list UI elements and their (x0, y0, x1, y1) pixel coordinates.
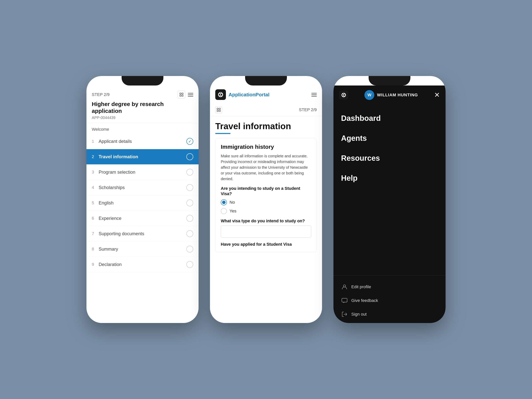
card-title: Immigration history (221, 144, 311, 150)
signout-icon (341, 311, 348, 318)
notch-right (369, 76, 410, 86)
step-label-left: STEP 2/9 (92, 92, 110, 97)
nav-item-2[interactable]: 2 Travel information (86, 149, 199, 165)
portal-title: ApplicationPortal (228, 92, 269, 98)
nav-item-4[interactable]: 4 Scholarships (86, 180, 199, 195)
svg-rect-0 (180, 93, 181, 94)
nav-item-7[interactable]: 7 Supporting documents (86, 226, 199, 241)
menu-items: Dashboard Agents Resources Help (333, 104, 446, 192)
nav-item-3[interactable]: 3 Program selection (86, 165, 199, 180)
user-info: W WILLIAM HUNTING (364, 90, 418, 100)
nav-circle-1: ✓ (186, 138, 193, 145)
visa-type-input[interactable] (221, 226, 311, 238)
svg-rect-1 (182, 93, 183, 94)
user-name: WILLIAM HUNTING (377, 93, 418, 97)
radio-yes[interactable]: Yes (221, 208, 311, 214)
menu-item-help[interactable]: Help (333, 168, 446, 188)
profile-icon (341, 284, 348, 290)
feedback-icon (341, 297, 348, 304)
immigration-card: Immigration history Make sure all inform… (215, 138, 317, 253)
notch-left (122, 76, 163, 86)
nav-label-3: Program selection (99, 170, 186, 175)
expand-btn-left[interactable] (178, 91, 185, 98)
checkmark-1: ✓ (188, 139, 191, 144)
nav-label-8: Summary (99, 247, 186, 252)
notch-center (245, 76, 287, 86)
menu-header: W WILLIAM HUNTING ✕ (333, 86, 446, 104)
svg-rect-9 (342, 298, 347, 302)
sign-out-label: Sign out (351, 312, 367, 317)
menu-footer: Edit profile Give feedback Sign out (333, 275, 446, 321)
nav-circle-4 (186, 184, 193, 191)
nav-item-9[interactable]: 9 Declaration (86, 257, 199, 272)
radio-label-no: No (229, 200, 235, 205)
question-2-label: What visa type do you intend to study on… (221, 218, 311, 224)
section-title: Travel information (215, 121, 317, 131)
menu-logo (339, 90, 348, 100)
svg-rect-6 (217, 110, 218, 112)
menu-item-dashboard[interactable]: Dashboard (333, 108, 446, 128)
svg-rect-4 (217, 108, 218, 109)
question-1-label: Are you intending to study on a Student … (221, 186, 311, 197)
nav-label-2: Travel information (99, 154, 186, 159)
svg-rect-7 (219, 110, 220, 112)
card-body: Make sure all information is complete an… (221, 153, 311, 182)
expand-icon-center[interactable] (215, 106, 222, 113)
question-3-label: Have you applied for a Student Visa (221, 242, 311, 247)
hamburger-btn-center[interactable] (311, 93, 317, 96)
nav-circle-5 (186, 200, 193, 206)
menu-item-agents[interactable]: Agents (333, 128, 446, 148)
radio-dot-yes[interactable] (221, 208, 227, 214)
phone-right: W WILLIAM HUNTING ✕ Dashboard Agents Res… (333, 76, 446, 323)
nav-item-1[interactable]: 1 Applicant details ✓ (86, 134, 199, 149)
nav-label-1: Applicant details (99, 139, 186, 144)
nav-item-8[interactable]: 8 Summary (86, 241, 199, 257)
nav-circle-8 (186, 246, 193, 253)
nav-label-6: Experience (99, 216, 186, 221)
svg-rect-2 (180, 95, 181, 96)
nav-label-7: Supporting documents (99, 231, 186, 236)
nav-label-9: Declaration (99, 262, 186, 267)
sign-out-item[interactable]: Sign out (339, 307, 440, 321)
app-title: Higher degree by research application (92, 101, 193, 114)
hamburger-btn-left[interactable] (188, 93, 193, 96)
welcome-label: Welcome (86, 123, 199, 134)
phone-left: STEP 2/9 (86, 76, 199, 323)
radio-no[interactable]: No (221, 199, 311, 205)
svg-rect-5 (219, 108, 220, 109)
nav-label-5: English (99, 200, 186, 206)
app-id: APP-0044439 (92, 115, 193, 120)
radio-group-1: No Yes (221, 199, 311, 214)
close-button[interactable]: ✕ (434, 91, 440, 99)
give-feedback-item[interactable]: Give feedback (339, 294, 440, 307)
radio-label-yes: Yes (229, 209, 236, 214)
step-label-center: STEP 2/9 (299, 107, 317, 112)
nav-circle-3 (186, 169, 193, 176)
nav-label-4: Scholarships (99, 185, 186, 190)
nav-circle-2 (186, 153, 193, 160)
nav-item-6[interactable]: 6 Experience (86, 211, 199, 226)
edit-profile-item[interactable]: Edit profile (339, 280, 440, 294)
phone-center: ApplicationPortal STEP 2/9 (210, 76, 322, 323)
nav-circle-9 (186, 261, 193, 268)
menu-item-resources[interactable]: Resources (333, 148, 446, 168)
give-feedback-label: Give feedback (351, 298, 378, 303)
section-underline (215, 133, 230, 134)
radio-dot-no[interactable] (221, 199, 227, 205)
nav-circle-7 (186, 230, 193, 237)
logo-icon (215, 89, 226, 100)
svg-rect-3 (182, 95, 183, 96)
nav-circle-6 (186, 215, 193, 222)
nav-item-5[interactable]: 5 English (86, 195, 199, 211)
user-avatar: W (364, 90, 374, 100)
edit-profile-label: Edit profile (351, 285, 371, 289)
app-portal-logo: ApplicationPortal (215, 89, 269, 100)
